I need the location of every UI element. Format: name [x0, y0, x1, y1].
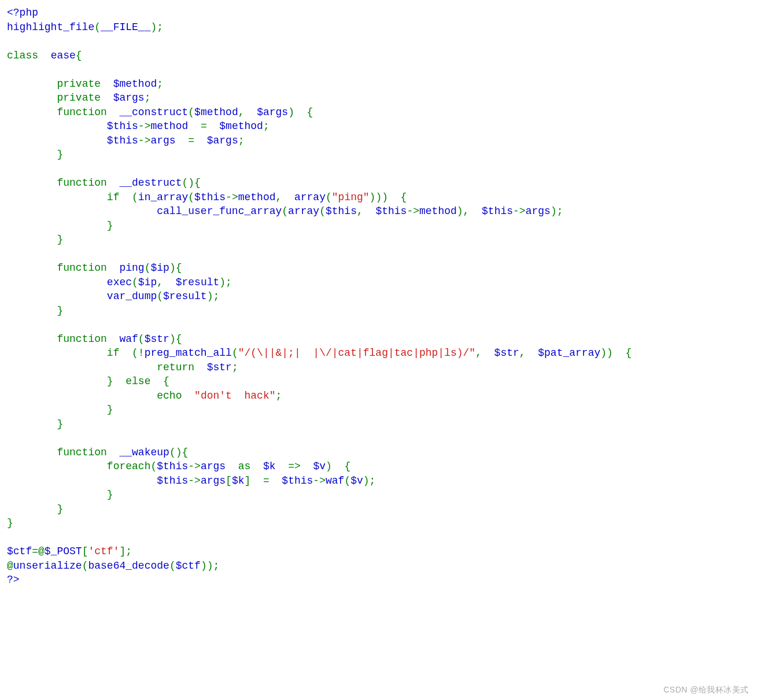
kw-class: class — [7, 50, 38, 61]
class-name: ease — [51, 50, 76, 61]
fn-ping: ping — [119, 262, 144, 274]
fn-wakeup: __wakeup — [119, 447, 169, 458]
fn-construct: __construct — [119, 106, 188, 118]
fn-destruct: __destruct — [119, 177, 182, 189]
php-close-tag: ?> — [7, 574, 20, 585]
fn-highlight-file: highlight_file — [7, 21, 94, 33]
php-source: <?php highlight_file(__FILE__); class ea… — [0, 0, 757, 593]
fn-waf: waf — [119, 333, 138, 345]
watermark: CSDN @给我杯冰美式 — [663, 685, 749, 695]
php-open-tag: <?php — [7, 7, 38, 19]
